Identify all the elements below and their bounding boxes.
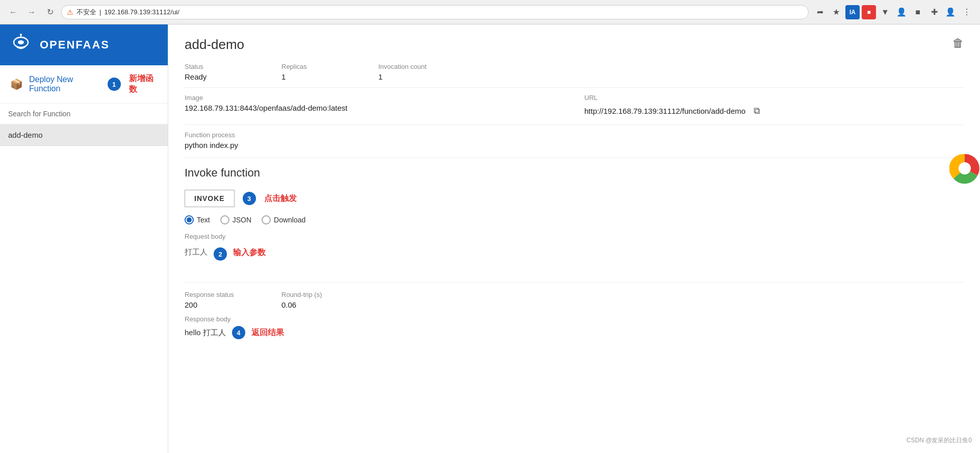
url-label: URL [584,94,964,102]
invocation-col: Invocation count 1 [378,63,455,81]
forward-button[interactable]: → [24,5,39,19]
request-body-value: 打工人 [185,247,208,257]
browser-actions: ➦ ★ IA ■ ▼ 👤 ■ ✚ 👤 ⋮ [813,5,974,19]
annotation-text-3: 点击触发 [264,193,297,204]
function-process-label: Function process [185,131,964,139]
function-title: add-demo [185,37,964,53]
response-body-content: hello 打工人 4 返回结果 [185,326,964,339]
refresh-button[interactable]: ↻ [43,5,57,19]
function-item-name: add-demo [8,131,43,139]
extension-icon-6[interactable]: ✚ [927,5,941,19]
main-content: add-demo 🗑 Status Ready Replicas 1 Invoc… [168,24,980,453]
extension-icon-2[interactable]: ■ [862,5,876,19]
deploy-icon: 📦 [10,78,23,90]
radio-download-circle [262,215,271,224]
address-bar[interactable]: ⚠ 不安全 | 192.168.79.139:31112/ui/ [61,5,809,19]
image-col: Image 192.168.79.131:8443/openfaas/add-d… [185,94,564,118]
annotation-badge-4: 4 [232,326,245,339]
warning-label: 不安全 [76,8,96,17]
response-status-label: Response status [185,291,261,298]
radio-download-label: Download [274,216,305,224]
response-body-section: Response body hello 打工人 4 返回结果 [185,315,964,339]
extension-icon-5[interactable]: ■ [911,5,925,19]
request-body-content: 打工人 2 输入参数 [185,243,964,274]
response-status-row: Response status 200 Round-trip (s) 0.06 [185,291,964,309]
info-row-status: Status Ready Replicas 1 Invocation count… [185,63,964,81]
round-trip-col: Round-trip (s) 0.06 [281,291,358,309]
extension-icon-4[interactable]: 👤 [894,5,909,19]
csdn-watermark: CSDN @发呆的比日鱼0 [907,436,972,445]
function-info-section: Status Ready Replicas 1 Invocation count… [185,63,964,158]
annotation-badge-2: 2 [214,247,227,261]
security-warning-icon: ⚠ [67,8,73,16]
bookmark-icon[interactable]: ★ [829,5,843,19]
radio-text-label: Text [197,216,210,224]
extension-icon-3[interactable]: ▼ [878,5,892,19]
pie-chart-decoration [949,153,980,184]
radio-json[interactable]: JSON [220,215,251,224]
deploy-button-label: Deploy New Function [29,75,97,93]
annotation-text-2: 输入参数 [233,247,266,258]
back-button[interactable]: ← [6,5,20,19]
function-item-add-demo[interactable]: add-demo [0,124,168,146]
invoke-title: Invoke function [185,166,964,180]
info-row-image-url: Image 192.168.79.131:8443/openfaas/add-d… [185,94,964,118]
app-title: OPENFAAS [40,38,110,52]
response-format-group: Text JSON Download [185,215,964,224]
status-col: Status Ready [185,63,261,81]
image-label: Image [185,94,564,102]
function-list: add-demo [0,124,168,453]
sidebar: OPENFAAS 📦 Deploy New Function 1 新增函数 Se… [0,24,168,453]
radio-download[interactable]: Download [262,215,305,224]
round-trip-label: Round-trip (s) [281,291,358,298]
invocation-value: 1 [378,72,455,81]
search-label: Search for Function [8,110,70,118]
round-trip-value: 0.06 [281,300,358,309]
sidebar-header: OPENFAAS [0,24,168,65]
function-process-value: python index.py [185,141,964,149]
browser-chrome: ← → ↻ ⚠ 不安全 | 192.168.79.139:31112/ui/ ➦… [0,0,980,24]
annotation-text-4: 返回结果 [251,328,284,338]
deploy-new-function-button[interactable]: 📦 Deploy New Function 1 新增函数 [0,65,168,104]
function-process-col: Function process python index.py [185,131,964,149]
app-container: OPENFAAS 📦 Deploy New Function 1 新增函数 Se… [0,24,980,453]
copy-url-button[interactable]: ⧉ [752,104,762,118]
invoke-btn-row: INVOKE 3 点击触发 [185,190,964,207]
response-section: Response status 200 Round-trip (s) 0.06 … [185,282,964,339]
response-status-value: 200 [185,300,261,309]
replicas-col: Replicas 1 [281,63,358,81]
status-label: Status [185,63,261,70]
openfaas-logo-icon [8,32,34,58]
delete-button[interactable]: 🗑 [952,37,964,50]
search-section: Search for Function [0,104,168,124]
svg-point-6 [959,162,971,174]
svg-point-2 [18,40,24,44]
radio-json-circle [220,215,229,224]
status-value: Ready [185,72,261,81]
url-display: 192.168.79.139:31112/ui/ [104,8,179,16]
invoke-button[interactable]: INVOKE [185,190,235,207]
annotation-text-1: 新增函数 [129,73,158,95]
invocation-label: Invocation count [378,63,455,70]
response-body-label: Response body [185,315,964,323]
replicas-value: 1 [281,72,358,81]
radio-json-label: JSON [233,216,251,224]
annotation-badge-1: 1 [108,78,121,91]
invoke-section: Invoke function INVOKE 3 点击触发 Text JSON [185,166,964,339]
replicas-label: Replicas [281,63,358,70]
request-body-section: Request body 打工人 2 输入参数 [185,233,964,274]
profile-icon[interactable]: 👤 [943,5,958,19]
menu-icon[interactable]: ⋮ [960,5,974,19]
url-row: http://192.168.79.139:31112/function/add… [584,104,964,118]
extension-icon-1[interactable]: IA [845,5,860,19]
request-body-label: Request body [185,233,964,240]
response-status-col: Response status 200 [185,291,261,309]
annotation-badge-3: 3 [243,192,256,205]
url-value: http://192.168.79.139:31112/function/add… [584,107,745,115]
radio-text-circle [185,215,194,224]
image-value: 192.168.79.131:8443/openfaas/add-demo:la… [185,104,564,112]
radio-text[interactable]: Text [185,215,210,224]
share-icon[interactable]: ➦ [813,5,827,19]
response-body-value: hello 打工人 [185,328,226,338]
url-col: URL http://192.168.79.139:31112/function… [584,94,964,118]
